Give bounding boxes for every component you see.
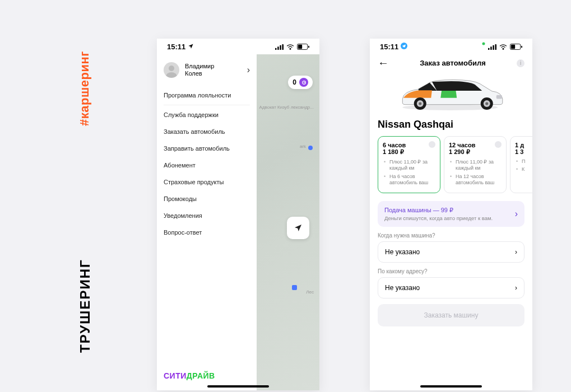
menu-insurance[interactable]: Страховые продукты	[164, 174, 250, 190]
signal-icon	[275, 44, 284, 50]
car-image	[370, 73, 532, 116]
where-label: По какому адресу?	[370, 268, 532, 277]
topbar: ← Заказ автомобиля i	[370, 53, 532, 73]
where-field[interactable]: Не указано ›	[378, 277, 524, 298]
chevron-right-icon: ›	[515, 284, 517, 292]
delivery-title: Подача машины — 99 ₽	[384, 207, 493, 214]
wifi-icon	[286, 44, 294, 50]
home-indicator	[207, 385, 269, 388]
menu-promocodes[interactable]: Промокоды	[164, 190, 250, 207]
phone-menu-screenshot: 15:11 Адвокат Кизуб лександр... ark Лес …	[157, 39, 319, 390]
when-value: Не указано	[385, 248, 420, 256]
status-bar: 15:11	[157, 39, 319, 53]
tariff-detail: Плюс 11,00 ₽ за каждый км	[453, 159, 502, 172]
status-bar: 15:11	[370, 39, 532, 53]
locate-button[interactable]	[287, 217, 309, 239]
phone-order-screenshot: 15:11 ← Заказ автомобиля i Ni	[370, 39, 532, 390]
svg-rect-7	[308, 46, 309, 48]
brand-logo: СИТИДРАЙВ	[164, 371, 215, 380]
svg-rect-9	[303, 82, 305, 82]
telegram-icon	[401, 43, 407, 51]
menu-faq[interactable]: Вопрос-ответ	[164, 224, 250, 241]
profile-name: Владимир Колев	[185, 63, 242, 77]
svg-rect-1	[277, 46, 279, 50]
navigation-icon	[294, 223, 303, 232]
privacy-dot	[482, 42, 485, 45]
delivery-subtitle: Деньги спишутся, когда авто приедет к ва…	[384, 215, 493, 221]
status-time: 15:11	[167, 43, 185, 51]
svg-rect-15	[495, 44, 497, 50]
svg-rect-2	[280, 45, 281, 49]
info-icon[interactable]: i	[517, 59, 524, 67]
brand-label: ТРУШЕРИНГ	[77, 259, 93, 353]
points-count: 0	[293, 78, 296, 86]
svg-rect-6	[298, 45, 302, 49]
menu-order-car[interactable]: Заказать автомобиль	[164, 123, 250, 140]
profile-row[interactable]: Владимир Колев ›	[164, 59, 250, 83]
svg-point-16	[503, 48, 504, 49]
tariff-1d[interactable]: 1 д 1 3 П К	[510, 136, 532, 193]
svg-point-11	[482, 42, 485, 45]
home-indicator	[420, 385, 482, 388]
tariff-price: 1 290 ₽	[449, 148, 502, 156]
battery-icon	[510, 44, 522, 50]
map-poi-label: ark	[300, 144, 306, 149]
wifi-icon	[499, 44, 507, 50]
tariff-detail: На 12 часов автомобиль ваш	[453, 174, 502, 186]
svg-rect-14	[493, 45, 494, 49]
info-icon[interactable]	[495, 141, 502, 148]
tariff-label: 12 часов	[449, 142, 502, 148]
tariff-12h[interactable]: 12 часов 1 290 ₽ Плюс 11,00 ₽ за каждый …	[444, 136, 507, 193]
svg-rect-13	[490, 46, 492, 50]
menu-refuel[interactable]: Заправить автомобиль	[164, 140, 250, 157]
map-marker	[292, 285, 297, 290]
tariff-detail: П	[519, 158, 532, 165]
tariff-6h[interactable]: 6 часов 1 180 ₽ Плюс 11,00 ₽ за каждый к…	[378, 136, 440, 193]
car-name: Nissan Qashqai	[370, 116, 532, 136]
svg-point-23	[419, 102, 421, 105]
map-poi-label: Адвокат Кизуб лександр...	[259, 105, 314, 110]
chevron-right-icon: ›	[515, 209, 518, 219]
map-marker	[308, 146, 313, 150]
points-badge[interactable]: 0	[288, 76, 313, 89]
svg-rect-0	[275, 48, 277, 49]
tariff-label: 6 часов	[383, 142, 435, 148]
avatar	[164, 62, 179, 78]
svg-rect-19	[521, 46, 522, 48]
location-arrow-icon	[188, 43, 194, 51]
back-button[interactable]: ←	[378, 57, 389, 69]
menu-loyalty[interactable]: Программа лояльности	[164, 87, 250, 104]
menu-notifications[interactable]: Уведомления	[164, 207, 250, 224]
svg-rect-18	[511, 45, 515, 49]
tariff-label: 1 д	[515, 142, 532, 148]
info-icon[interactable]	[429, 141, 435, 148]
signal-icon	[488, 44, 496, 50]
menu-subscription[interactable]: Абонемент	[164, 157, 250, 174]
coin-icon	[299, 78, 308, 87]
svg-point-4	[290, 48, 291, 49]
tariff-detail: На 6 часов автомобиль ваш	[387, 174, 435, 186]
when-label: Когда нужна машина?	[370, 232, 532, 241]
menu-drawer: Владимир Колев › Программа лояльности Сл…	[157, 54, 257, 390]
delivery-option[interactable]: Подача машины — 99 ₽ Деньги спишутся, ко…	[378, 201, 524, 227]
order-button[interactable]: Заказать машину	[378, 304, 524, 326]
tariff-price: 1 180 ₽	[383, 148, 435, 156]
chevron-right-icon: ›	[247, 65, 250, 75]
svg-rect-27	[496, 95, 502, 99]
status-time: 15:11	[380, 43, 398, 51]
svg-rect-12	[488, 48, 490, 49]
when-field[interactable]: Не указано ›	[378, 241, 524, 263]
page-title: Заказ автомобиля	[389, 59, 517, 67]
divider	[164, 105, 250, 105]
menu-support[interactable]: Служба поддержки	[164, 106, 250, 123]
where-value: Не указано	[385, 284, 420, 292]
tariff-list[interactable]: 6 часов 1 180 ₽ Плюс 11,00 ₽ за каждый к…	[370, 136, 532, 193]
chevron-right-icon: ›	[515, 248, 517, 256]
svg-point-26	[485, 102, 488, 105]
tariff-detail: К	[519, 166, 532, 172]
svg-rect-3	[282, 44, 284, 50]
battery-icon	[297, 44, 309, 50]
hashtag-label: #каршеринг	[77, 51, 92, 126]
map-poi-label: Лес	[306, 290, 314, 295]
tariff-price: 1 3	[515, 148, 532, 155]
